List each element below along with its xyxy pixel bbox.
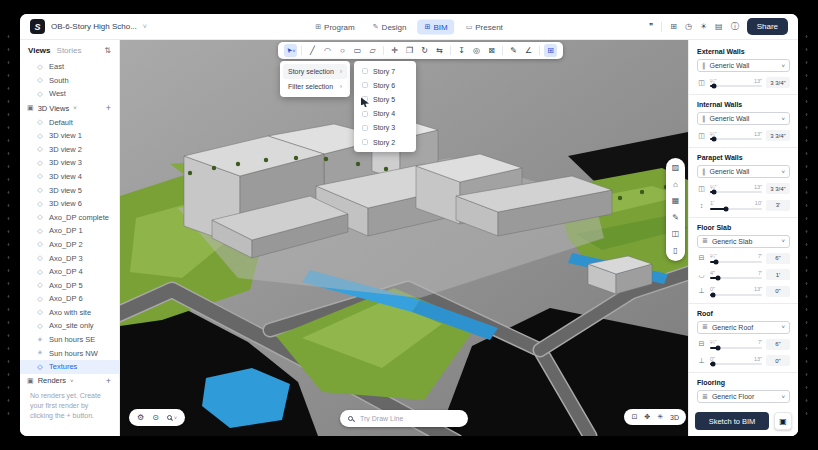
visibility-eye-icon[interactable]: ⊙	[152, 413, 159, 422]
type-select[interactable]: ∥ Generic Wall ˅	[697, 59, 790, 72]
view-list-item[interactable]: ☀ Sun hours NW	[20, 346, 119, 360]
view-list-item[interactable]: ◇ Textures	[20, 360, 119, 374]
story-option[interactable]: Story 2	[354, 135, 416, 149]
angle-tool[interactable]: ∠	[522, 44, 535, 57]
furniture-button[interactable]: ⌂	[673, 181, 678, 189]
copy-tool[interactable]: ❐	[403, 44, 416, 57]
project-title-chevron-icon[interactable]: ˅	[143, 23, 147, 30]
view-list-item[interactable]: ◇ 3D view 3	[20, 156, 119, 170]
view-list-item[interactable]: ◇ Axo_DP complete	[20, 210, 119, 224]
save-button[interactable]: ▤	[715, 22, 723, 31]
help-button[interactable]: ⓘ	[731, 21, 739, 32]
arc-tool[interactable]: ◠	[321, 44, 334, 57]
view-list-item[interactable]: ◇ 3D view 6	[20, 197, 119, 211]
sketch-to-bim-button[interactable]: Sketch to BIM	[695, 412, 769, 430]
dimension-value[interactable]: 3'	[766, 200, 790, 211]
search-input[interactable]	[358, 414, 460, 423]
project-title[interactable]: OB-6-Story High Scho...	[51, 22, 137, 31]
pages-button[interactable]: ▯	[673, 247, 677, 255]
tab-design[interactable]: ✎ Design	[366, 19, 414, 34]
slider[interactable]: 0" 13"	[710, 286, 762, 296]
views-section-header[interactable]: ▣ Renders ˅ +	[20, 374, 119, 389]
history-button[interactable]: ◷	[685, 22, 692, 31]
move-tool[interactable]: ✛	[388, 44, 401, 57]
slider[interactable]: ¼" 13"	[710, 184, 762, 194]
slider[interactable]: ¼" 7'	[710, 253, 762, 263]
app-logo-icon[interactable]: S	[30, 19, 45, 34]
command-search[interactable]	[340, 410, 468, 427]
slider[interactable]: ¼" 7'	[710, 339, 762, 349]
subtract-tool[interactable]: ⊠	[485, 44, 498, 57]
slider[interactable]: 4" 7'	[710, 270, 762, 280]
dimension-value[interactable]: 3 3/4"	[766, 77, 790, 88]
view-list-item[interactable]: ◇ Axo_DP 4	[20, 265, 119, 279]
slider[interactable]: 1' 10'	[710, 200, 762, 210]
view-list-item[interactable]: ◇ Axo_DP 2	[20, 238, 119, 252]
bim-more-button[interactable]: ▣	[774, 412, 792, 430]
materials-button[interactable]: ▨	[672, 164, 680, 172]
bim-convert-tool[interactable]: ⊞	[544, 44, 557, 57]
view-list-item[interactable]: ◇ East	[20, 60, 119, 74]
fit-view-button[interactable]: ⊡	[631, 413, 637, 421]
dimension-value[interactable]: 6"	[766, 339, 790, 350]
slider-knob[interactable]	[711, 84, 716, 89]
view-list-item[interactable]: ◇ Axo_DP 5	[20, 278, 119, 292]
slider[interactable]: ¼" 13"	[710, 131, 762, 141]
view-list-item[interactable]: ☀ Sun hours SE	[20, 333, 119, 347]
checkbox[interactable]	[362, 125, 368, 131]
type-select[interactable]: ≣ Generic Roof ˅	[697, 321, 790, 334]
comments-button[interactable]: ❞	[649, 22, 653, 31]
checkbox[interactable]	[362, 82, 368, 88]
line-tool[interactable]: ╱	[306, 44, 319, 57]
story-option[interactable]: Story 3	[354, 121, 416, 135]
flip-tool[interactable]: ⇆	[433, 44, 446, 57]
views-table-button[interactable]: ⊞	[670, 22, 677, 31]
dimension-value[interactable]: 0"	[766, 286, 790, 297]
sidebar-tab-views[interactable]: Views	[28, 46, 51, 55]
view-list-item[interactable]: ◇ Axo_DP 6	[20, 292, 119, 306]
view-mode-button[interactable]: 3D	[670, 414, 679, 421]
daylight-button[interactable]: ☀	[700, 22, 707, 31]
view-list-item[interactable]: ◇ Default	[20, 115, 119, 129]
slider-knob[interactable]	[715, 345, 720, 350]
eraser-tool[interactable]: ▱	[366, 44, 379, 57]
checkbox[interactable]	[362, 139, 368, 145]
slider-knob[interactable]	[710, 362, 715, 367]
add-button[interactable]: +	[106, 376, 111, 386]
story-option[interactable]: Story 7	[354, 64, 416, 78]
settings-gear-icon[interactable]: ⚙	[137, 413, 144, 422]
dimension-value[interactable]: 0"	[766, 355, 790, 366]
rectangle-tool[interactable]: ▭	[351, 44, 364, 57]
tab-program[interactable]: ⊞ Program	[308, 19, 362, 34]
menu-item[interactable]: Filter selection ›	[283, 79, 347, 94]
viewport-3d[interactable]: ➤ ˅ ╱	[120, 40, 688, 436]
slider[interactable]: ¼" 13"	[710, 78, 762, 88]
checkbox[interactable]	[362, 111, 368, 117]
checkbox[interactable]	[362, 68, 368, 74]
tab-bim[interactable]: ⊞ BIM	[418, 19, 455, 34]
slider[interactable]: 0" 13"	[710, 356, 762, 366]
view-list-item[interactable]: ◇ Axo_DP 1	[20, 224, 119, 238]
view-list-item[interactable]: ◇ 3D view 2	[20, 142, 119, 156]
views-section-header[interactable]: ▣ 3D Views ˅ +	[20, 101, 119, 116]
add-button[interactable]: +	[106, 103, 111, 113]
slider-knob[interactable]	[715, 276, 720, 281]
vehicles-button[interactable]: ◫	[672, 230, 680, 238]
view-list-item[interactable]: ◇ 3D view 1	[20, 129, 119, 143]
share-button[interactable]: Share	[747, 18, 788, 35]
story-option[interactable]: Story 6	[354, 78, 416, 92]
view-list-item[interactable]: ◇ 3D view 4	[20, 170, 119, 184]
slider-knob[interactable]	[723, 206, 728, 211]
type-select[interactable]: ≣ Generic Floor ˅	[697, 390, 790, 403]
type-select[interactable]: ∥ Generic Wall ˅	[697, 112, 790, 125]
view-list-item[interactable]: ◇ Axo_DP 3	[20, 251, 119, 265]
slider-knob[interactable]	[714, 259, 719, 264]
select-tool[interactable]: ➤ ˅	[284, 44, 297, 57]
tab-present[interactable]: ▭ Present	[459, 19, 510, 34]
filter-icon[interactable]: ⇅	[104, 46, 111, 55]
view-list-item[interactable]: ◇ South	[20, 74, 119, 88]
dimension-value[interactable]: 3 3/4"	[766, 130, 790, 141]
view-list-item[interactable]: ◇ Axo_site only	[20, 319, 119, 333]
sidebar-tab-stories[interactable]: Stories	[57, 46, 82, 55]
rotate-tool[interactable]: ↻	[418, 44, 431, 57]
